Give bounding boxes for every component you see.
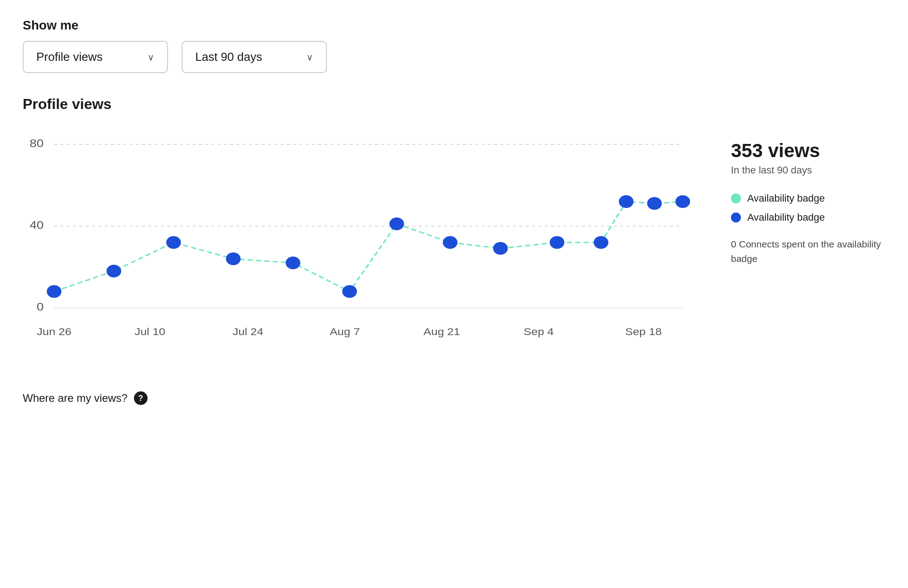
svg-text:0: 0	[37, 301, 44, 313]
data-point	[550, 236, 564, 249]
legend-item-teal: Availability badge	[731, 193, 885, 204]
data-point	[647, 197, 661, 210]
data-point	[493, 242, 508, 255]
chart-container: 80 40 0 Jun 26 Jul 10 Jul 24 Aug 7 Aug 2…	[23, 131, 885, 369]
metric-dropdown[interactable]: Profile views ∨	[23, 41, 168, 73]
data-point	[594, 236, 608, 249]
line-chart: 80 40 0 Jun 26 Jul 10 Jul 24 Aug 7 Aug 2…	[23, 131, 704, 367]
data-point	[443, 236, 457, 249]
data-point	[47, 285, 61, 298]
dropdowns-row: Profile views ∨ Last 90 days ∨	[23, 41, 885, 73]
svg-text:80: 80	[30, 138, 44, 149]
svg-text:Jul 24: Jul 24	[232, 326, 263, 337]
question-icon[interactable]: ?	[134, 391, 148, 405]
svg-text:40: 40	[30, 219, 44, 231]
legend-label-teal: Availability badge	[747, 193, 825, 204]
data-point	[676, 195, 690, 208]
footer-text: Where are my views?	[23, 392, 128, 405]
legend-dot-teal	[731, 193, 741, 203]
data-point	[342, 285, 357, 298]
svg-text:Aug 7: Aug 7	[330, 326, 360, 337]
views-period: In the last 90 days	[731, 164, 885, 176]
legend-dot-blue	[731, 212, 741, 222]
total-views: 353 views	[731, 140, 885, 162]
period-dropdown[interactable]: Last 90 days ∨	[182, 41, 327, 73]
svg-text:Sep 4: Sep 4	[523, 326, 553, 337]
footer-row: Where are my views? ?	[23, 391, 885, 405]
section-title: Profile views	[23, 96, 885, 113]
svg-text:Jun 26: Jun 26	[37, 326, 71, 337]
svg-text:Sep 18: Sep 18	[625, 326, 661, 337]
data-point	[226, 252, 241, 265]
metric-dropdown-label: Profile views	[36, 50, 103, 64]
chart-area: 80 40 0 Jun 26 Jul 10 Jul 24 Aug 7 Aug 2…	[23, 131, 704, 369]
period-chevron-icon: ∨	[306, 52, 313, 63]
sidebar-stats: 353 views In the last 90 days Availabili…	[731, 131, 885, 266]
data-point	[390, 217, 404, 230]
data-point	[107, 265, 121, 277]
metric-chevron-icon: ∨	[148, 52, 154, 63]
svg-text:Aug 21: Aug 21	[424, 326, 460, 337]
data-point	[286, 257, 300, 269]
period-dropdown-label: Last 90 days	[195, 50, 262, 64]
legend-item-blue: Availability badge	[731, 212, 885, 223]
show-me-label: Show me	[23, 18, 885, 33]
legend-label-blue: Availability badge	[747, 212, 825, 223]
connects-text: 0 Connects spent on the availability bad…	[731, 237, 885, 266]
svg-text:Jul 10: Jul 10	[135, 326, 166, 337]
data-point	[166, 236, 181, 249]
data-point	[619, 195, 633, 208]
